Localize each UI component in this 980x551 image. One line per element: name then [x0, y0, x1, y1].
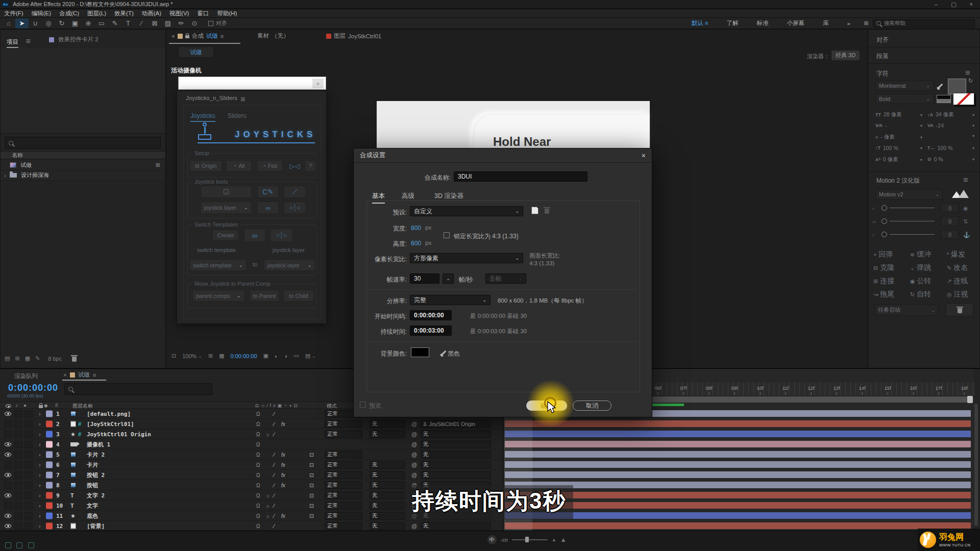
current-time-display[interactable]: 0:00:00:00	[8, 383, 58, 393]
expand-chevron-icon[interactable]: ›	[39, 441, 41, 447]
all-button[interactable]: ◔All	[226, 160, 252, 171]
menu-item[interactable]: 效果(T)	[114, 10, 134, 17]
three-d-switch-icon[interactable]: ⊡	[309, 461, 314, 468]
layer-duration-bar[interactable]	[505, 441, 971, 447]
quality-switch-icon[interactable]: ∕	[274, 472, 275, 478]
blend-mode-dropdown[interactable]: 正常⌄	[325, 471, 362, 479]
shy-switch-icon[interactable]: Ω	[256, 441, 260, 447]
interpret-footage-icon[interactable]: ▤	[5, 355, 10, 362]
orbit-camera-tool[interactable]: ↻	[55, 18, 68, 29]
slider-mode-icon[interactable]: ›‹	[872, 218, 876, 224]
audio-cell[interactable]	[14, 441, 22, 448]
maximize-button[interactable]: ▢	[951, 1, 956, 8]
minimize-button[interactable]: –	[935, 1, 938, 8]
resolution-dropdown[interactable]: 完整⌄	[410, 295, 491, 305]
ui-brightness-slider[interactable]	[512, 539, 548, 540]
motion-tool-10[interactable]: ↝拖尾	[873, 290, 894, 299]
camera-tool[interactable]: ▣	[68, 18, 82, 29]
shy-switch-icon[interactable]: Ω	[256, 513, 260, 518]
motion-tool-7[interactable]: ⊞连接	[873, 277, 894, 286]
three-d-switch-icon[interactable]: ⊡	[309, 471, 314, 478]
slider-mode-icon[interactable]: ‹	[872, 205, 874, 211]
workspace-1[interactable]: 默认 ≡	[692, 19, 708, 27]
font-family-dropdown[interactable]: Montserrat⌄	[875, 81, 934, 91]
slider-extra-icon[interactable]: ⚓	[963, 232, 970, 238]
character-setting[interactable]: TT28 像素▾	[875, 111, 922, 118]
shy-switch-icon[interactable]: Ω	[256, 431, 260, 437]
view-layout-dropdown[interactable]: ▤⌄	[305, 353, 316, 359]
lock-cell[interactable]	[24, 451, 33, 458]
white-dropdown-close-icon[interactable]: ×	[312, 79, 324, 88]
motion-preset-dropdown[interactable]: Motion v2⌄	[875, 189, 943, 200]
lock-cell[interactable]	[24, 441, 33, 448]
switch-header-icon[interactable]: ☼	[261, 403, 267, 408]
task-launch-dropdown[interactable]: 任务启动⌄	[874, 304, 939, 316]
switch-header-icon[interactable]: ⊡	[293, 403, 300, 408]
default-fill-stroke-swatch[interactable]	[937, 95, 951, 103]
expand-chevron-icon[interactable]: ›	[39, 452, 41, 458]
help-button[interactable]: ?	[305, 160, 316, 171]
lock-cell[interactable]	[24, 482, 33, 489]
lock-cell[interactable]	[24, 431, 33, 438]
layer-name[interactable]: 摄像机 1	[87, 440, 110, 448]
eraser-tool[interactable]: ▨	[161, 18, 175, 29]
layer-visibility-eye-icon[interactable]	[5, 473, 11, 477]
magnification-dropdown[interactable]: 100%⌄	[182, 353, 202, 359]
shy-switch-icon[interactable]: Ω	[256, 462, 260, 467]
character-setting-value[interactable]: 0 像素	[883, 156, 898, 163]
close-tab-icon[interactable]: ×	[172, 33, 175, 39]
layer-name[interactable]: 按钮 2	[87, 471, 105, 479]
pen-tool[interactable]: ✎	[108, 18, 121, 29]
clone-stamp-tool[interactable]: ⊠	[148, 18, 161, 29]
character-panel-header[interactable]: 字符	[876, 69, 889, 78]
blend-mode-dropdown[interactable]: 正常⌄	[325, 522, 362, 530]
workspace-3[interactable]: 标准	[757, 19, 769, 27]
track-matte-dropdown[interactable]: 无⌄	[370, 461, 405, 468]
fx-switch-icon[interactable]: fx	[281, 452, 285, 457]
shape-tool[interactable]: ▭	[95, 18, 108, 29]
expand-chevron-icon[interactable]: ›	[39, 431, 41, 437]
layer-name[interactable]: [背景]	[87, 522, 105, 530]
character-setting[interactable]: ↕A34 像素▾	[927, 111, 974, 118]
slider-extra-icon[interactable]: ⇅	[963, 218, 968, 225]
slider-knob[interactable]	[881, 232, 887, 237]
workspace-2[interactable]: 了解	[727, 19, 739, 27]
layer-label-color[interactable]	[46, 441, 53, 447]
timeline-scrollbar[interactable]	[974, 404, 978, 526]
audio-cell[interactable]	[14, 420, 22, 428]
workspace-menu-icon[interactable]: ≡	[703, 20, 708, 26]
layer-name[interactable]: 按钮	[87, 481, 98, 489]
parent-pickwhip-icon[interactable]: @	[411, 431, 417, 437]
dialog-tab-3[interactable]: 3D 渲染器	[434, 192, 463, 201]
quality-switch-icon[interactable]: ∕	[274, 431, 275, 437]
layer-label-color[interactable]	[46, 451, 53, 458]
expand-chevron-icon[interactable]: ›	[39, 503, 41, 509]
sync-icon[interactable]	[28, 542, 34, 548]
layer-visibility-eye-icon[interactable]	[5, 514, 11, 518]
audio-cell[interactable]	[14, 461, 22, 468]
menu-item[interactable]: 视图(V)	[169, 10, 189, 17]
lock-cell[interactable]	[24, 471, 33, 479]
tab-layer[interactable]: 图层JoyStkCtrl01	[326, 32, 381, 40]
layer-row[interactable]: ›6卡片Ω∕fx⊡正常⌄无⌄@无⌄	[0, 460, 503, 470]
switch-template-dropdown[interactable]: switch template	[189, 259, 247, 271]
character-setting[interactable]: Aª0 像素▾	[875, 156, 922, 163]
delete-icon[interactable]	[72, 357, 77, 362]
close-tab-icon[interactable]: ×	[63, 372, 67, 378]
separate-icon-button[interactable]: ○┆○	[270, 229, 293, 242]
to-parent-button[interactable]: to Parent	[250, 290, 279, 302]
track-matte-dropdown[interactable]: 无⌄	[370, 420, 405, 428]
lock-cell[interactable]	[24, 502, 33, 509]
project-search[interactable]	[5, 137, 161, 149]
layer-row[interactable]: ›2#[JoyStkCtrl01]Ω∕fx正常⌄无⌄@3. JoyStkCtrl…	[0, 419, 503, 429]
parent-dropdown[interactable]: 无⌄	[421, 471, 491, 479]
panel-menu-icon[interactable]: ≡	[240, 95, 245, 104]
chevron-down-icon[interactable]: ▾	[920, 123, 922, 128]
snap-toggle[interactable]: 对齐	[208, 19, 227, 27]
three-d-switch-icon[interactable]: ⊡	[309, 492, 314, 498]
project-name-header[interactable]: 名称	[1, 151, 165, 159]
chevron-down-icon[interactable]: ▾	[972, 157, 974, 162]
unlink-icon-button[interactable]: ○┆○	[284, 202, 306, 214]
quality-switch-icon[interactable]: ∕	[274, 411, 275, 417]
menu-item[interactable]: 文件(F)	[4, 10, 23, 17]
